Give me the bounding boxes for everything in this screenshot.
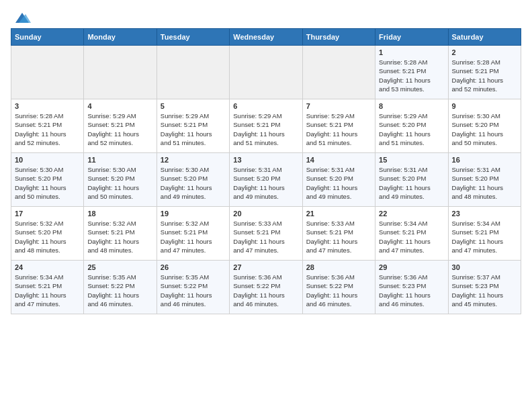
calendar-cell: 21Sunrise: 5:33 AMSunset: 5:21 PMDayligh… (302, 207, 375, 261)
day-number: 4 (87, 102, 152, 110)
day-number: 15 (379, 156, 444, 164)
day-number: 17 (15, 210, 80, 218)
calendar-cell: 13Sunrise: 5:31 AMSunset: 5:20 PMDayligh… (230, 153, 302, 207)
day-number: 10 (15, 156, 80, 164)
logo (11, 11, 32, 23)
calendar-cell: 1Sunrise: 5:28 AMSunset: 5:21 PMDaylight… (375, 46, 448, 99)
calendar-cell: 9Sunrise: 5:30 AMSunset: 5:20 PMDaylight… (448, 99, 521, 153)
day-number: 13 (233, 156, 298, 164)
calendar-cell: 3Sunrise: 5:28 AMSunset: 5:21 PMDaylight… (11, 99, 84, 153)
day-of-week-header: Friday (375, 29, 448, 46)
calendar-week-row: 3Sunrise: 5:28 AMSunset: 5:21 PMDaylight… (11, 99, 521, 153)
day-number: 20 (233, 210, 298, 218)
calendar-cell: 5Sunrise: 5:29 AMSunset: 5:21 PMDaylight… (157, 99, 229, 153)
day-info: Sunrise: 5:29 AMSunset: 5:20 PMDaylight:… (379, 111, 444, 147)
calendar-cell: 4Sunrise: 5:29 AMSunset: 5:21 PMDaylight… (84, 99, 157, 153)
calendar-cell: 26Sunrise: 5:35 AMSunset: 5:22 PMDayligh… (157, 261, 229, 314)
day-info: Sunrise: 5:36 AMSunset: 5:22 PMDaylight:… (306, 273, 371, 308)
day-number: 22 (379, 210, 444, 218)
calendar-cell: 24Sunrise: 5:34 AMSunset: 5:21 PMDayligh… (11, 261, 84, 314)
day-info: Sunrise: 5:29 AMSunset: 5:21 PMDaylight:… (87, 111, 152, 147)
calendar-week-row: 1Sunrise: 5:28 AMSunset: 5:21 PMDaylight… (11, 46, 521, 99)
day-info: Sunrise: 5:34 AMSunset: 5:21 PMDaylight:… (15, 273, 80, 308)
day-of-week-header: Sunday (11, 29, 84, 46)
page-header (11, 11, 521, 23)
day-of-week-header: Wednesday (230, 29, 302, 46)
day-number: 28 (306, 263, 371, 271)
calendar-cell: 18Sunrise: 5:32 AMSunset: 5:21 PMDayligh… (84, 207, 157, 261)
day-number: 1 (379, 48, 444, 56)
day-number: 27 (233, 263, 298, 271)
calendar-cell: 22Sunrise: 5:34 AMSunset: 5:21 PMDayligh… (375, 207, 448, 261)
calendar-table: SundayMondayTuesdayWednesdayThursdayFrid… (11, 28, 521, 314)
day-info: Sunrise: 5:33 AMSunset: 5:21 PMDaylight:… (306, 219, 371, 255)
day-of-week-header: Tuesday (157, 29, 229, 46)
day-info: Sunrise: 5:30 AMSunset: 5:20 PMDaylight:… (15, 165, 80, 201)
day-info: Sunrise: 5:30 AMSunset: 5:20 PMDaylight:… (452, 111, 517, 147)
calendar-cell (11, 46, 84, 99)
day-number: 8 (379, 102, 444, 110)
calendar-cell: 12Sunrise: 5:30 AMSunset: 5:20 PMDayligh… (157, 153, 229, 207)
calendar-cell: 16Sunrise: 5:31 AMSunset: 5:20 PMDayligh… (448, 153, 521, 207)
day-info: Sunrise: 5:36 AMSunset: 5:23 PMDaylight:… (379, 273, 444, 308)
day-info: Sunrise: 5:31 AMSunset: 5:20 PMDaylight:… (233, 165, 298, 201)
calendar-cell (157, 46, 229, 99)
day-info: Sunrise: 5:32 AMSunset: 5:20 PMDaylight:… (15, 219, 80, 255)
day-number: 3 (15, 102, 80, 110)
day-number: 14 (306, 156, 371, 164)
day-number: 23 (452, 210, 517, 218)
day-of-week-header: Saturday (448, 29, 521, 46)
day-number: 5 (161, 102, 226, 110)
calendar-cell: 27Sunrise: 5:36 AMSunset: 5:22 PMDayligh… (230, 261, 302, 314)
day-info: Sunrise: 5:37 AMSunset: 5:23 PMDaylight:… (452, 273, 517, 308)
day-info: Sunrise: 5:35 AMSunset: 5:22 PMDaylight:… (87, 273, 152, 308)
calendar-cell: 28Sunrise: 5:36 AMSunset: 5:22 PMDayligh… (302, 261, 375, 314)
day-number: 16 (452, 156, 517, 164)
calendar-week-row: 10Sunrise: 5:30 AMSunset: 5:20 PMDayligh… (11, 153, 521, 207)
day-info: Sunrise: 5:31 AMSunset: 5:20 PMDaylight:… (379, 165, 444, 201)
calendar-cell (230, 46, 302, 99)
day-number: 19 (161, 210, 226, 218)
day-number: 26 (161, 263, 226, 271)
day-info: Sunrise: 5:29 AMSunset: 5:21 PMDaylight:… (306, 111, 371, 147)
day-number: 11 (87, 156, 152, 164)
calendar-cell: 7Sunrise: 5:29 AMSunset: 5:21 PMDaylight… (302, 99, 375, 153)
calendar-week-row: 24Sunrise: 5:34 AMSunset: 5:21 PMDayligh… (11, 261, 521, 314)
day-info: Sunrise: 5:29 AMSunset: 5:21 PMDaylight:… (161, 111, 226, 147)
calendar-cell: 23Sunrise: 5:34 AMSunset: 5:21 PMDayligh… (448, 207, 521, 261)
day-info: Sunrise: 5:31 AMSunset: 5:20 PMDaylight:… (452, 165, 517, 201)
day-info: Sunrise: 5:35 AMSunset: 5:22 PMDaylight:… (161, 273, 226, 308)
day-info: Sunrise: 5:33 AMSunset: 5:21 PMDaylight:… (233, 219, 298, 255)
day-info: Sunrise: 5:34 AMSunset: 5:21 PMDaylight:… (452, 219, 517, 255)
day-info: Sunrise: 5:34 AMSunset: 5:21 PMDaylight:… (379, 219, 444, 255)
calendar-header-row: SundayMondayTuesdayWednesdayThursdayFrid… (11, 29, 521, 46)
day-info: Sunrise: 5:30 AMSunset: 5:20 PMDaylight:… (87, 165, 152, 201)
day-number: 25 (87, 263, 152, 271)
day-number: 18 (87, 210, 152, 218)
calendar-cell: 17Sunrise: 5:32 AMSunset: 5:20 PMDayligh… (11, 207, 84, 261)
day-info: Sunrise: 5:32 AMSunset: 5:21 PMDaylight:… (87, 219, 152, 255)
day-info: Sunrise: 5:32 AMSunset: 5:21 PMDaylight:… (161, 219, 226, 255)
calendar-cell: 8Sunrise: 5:29 AMSunset: 5:20 PMDaylight… (375, 99, 448, 153)
day-number: 6 (233, 102, 298, 110)
calendar-cell: 2Sunrise: 5:28 AMSunset: 5:21 PMDaylight… (448, 46, 521, 99)
day-of-week-header: Monday (84, 29, 157, 46)
day-info: Sunrise: 5:28 AMSunset: 5:21 PMDaylight:… (452, 58, 517, 93)
logo-icon (12, 11, 32, 26)
day-info: Sunrise: 5:30 AMSunset: 5:20 PMDaylight:… (161, 165, 226, 201)
calendar-cell: 25Sunrise: 5:35 AMSunset: 5:22 PMDayligh… (84, 261, 157, 314)
calendar-cell (84, 46, 157, 99)
calendar-cell: 14Sunrise: 5:31 AMSunset: 5:20 PMDayligh… (302, 153, 375, 207)
day-number: 7 (306, 102, 371, 110)
day-number: 9 (452, 102, 517, 110)
calendar-cell: 30Sunrise: 5:37 AMSunset: 5:23 PMDayligh… (448, 261, 521, 314)
calendar-cell: 6Sunrise: 5:29 AMSunset: 5:21 PMDaylight… (230, 99, 302, 153)
day-number: 2 (452, 48, 517, 56)
calendar-cell: 19Sunrise: 5:32 AMSunset: 5:21 PMDayligh… (157, 207, 229, 261)
day-number: 21 (306, 210, 371, 218)
calendar-week-row: 17Sunrise: 5:32 AMSunset: 5:20 PMDayligh… (11, 207, 521, 261)
calendar-cell: 10Sunrise: 5:30 AMSunset: 5:20 PMDayligh… (11, 153, 84, 207)
day-number: 24 (15, 263, 80, 271)
calendar-cell: 29Sunrise: 5:36 AMSunset: 5:23 PMDayligh… (375, 261, 448, 314)
day-info: Sunrise: 5:31 AMSunset: 5:20 PMDaylight:… (306, 165, 371, 201)
